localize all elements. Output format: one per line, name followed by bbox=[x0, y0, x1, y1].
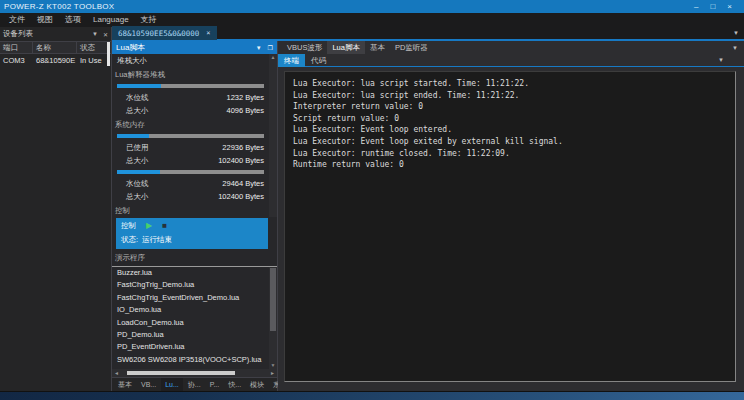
progress-fill bbox=[117, 84, 161, 88]
console-body: Lua Executor: lua script started. Time: … bbox=[278, 67, 744, 391]
stat-key: 水位线 bbox=[126, 179, 149, 189]
column-port[interactable]: 端口 bbox=[0, 42, 33, 53]
column-status[interactable]: 状态 bbox=[77, 42, 111, 53]
scroll-up-icon[interactable]: ▲ bbox=[269, 54, 277, 61]
list-item[interactable]: PD_EventDriven.lua bbox=[112, 341, 268, 353]
device-table-rows: COM3 68&10590E In Use bbox=[0, 54, 111, 67]
maximize-icon[interactable]: □ bbox=[710, 0, 715, 13]
list-item[interactable]: FastChgTrig_EventDriven_Demo.lua bbox=[112, 292, 268, 304]
stat-value: 29464 Bytes bbox=[222, 179, 264, 188]
stat-value: 102400 Bytes bbox=[218, 156, 264, 165]
console-tab[interactable]: Lua脚本 bbox=[327, 41, 365, 54]
terminal-line: Lua Executor: lua script ended. Time: 11… bbox=[293, 90, 727, 102]
bottom-tab[interactable]: P... bbox=[206, 378, 224, 391]
control-box: 控制 ▶ ■ 状态: 运行结束 bbox=[116, 218, 268, 249]
terminal-line: Lua Executor: lua script started. Time: … bbox=[293, 78, 727, 90]
document-tab[interactable]: 68&10590EE5&0&0000 × bbox=[112, 26, 217, 40]
table-row[interactable]: COM3 68&10590E In Use bbox=[0, 54, 111, 67]
device-name: 68&10590E bbox=[33, 54, 77, 67]
panel-dropdown-icon[interactable]: ▼ bbox=[92, 31, 98, 38]
stat-key: 总大小 bbox=[126, 106, 149, 116]
panel-close-icon[interactable]: ✕ bbox=[103, 31, 108, 38]
stat-row: 水位线 29464 Bytes bbox=[112, 177, 268, 190]
content-row: Lua脚本 ▼ ❐ 堆栈大小Lua解释器堆栈 水位线 1232 Bytes bbox=[112, 41, 744, 391]
lua-stats-area: 堆栈大小Lua解释器堆栈 水位线 1232 Bytes 总大小 4096 Byt… bbox=[112, 54, 277, 217]
menu-item[interactable]: 选项 bbox=[59, 13, 87, 27]
stat-row: 水位线 1232 Bytes bbox=[112, 91, 268, 104]
bottom-tab[interactable]: Lu... bbox=[161, 378, 183, 391]
terminal-output[interactable]: Lua Executor: lua script started. Time: … bbox=[284, 71, 736, 382]
window-title: POWER-Z KT002 TOOLBOX bbox=[4, 2, 114, 11]
app-window: POWER-Z KT002 TOOLBOX – □ × 文件视图选项Langua… bbox=[0, 0, 744, 392]
menu-item[interactable]: 视图 bbox=[31, 13, 59, 27]
console-subtabs-list: 终端代码 bbox=[278, 54, 332, 67]
device-port: COM3 bbox=[0, 54, 33, 67]
progress-fill bbox=[117, 170, 160, 174]
float-window-icon[interactable]: ❐ bbox=[268, 44, 273, 51]
chevron-down-icon[interactable]: ▼ bbox=[256, 45, 262, 51]
scroll-right-icon[interactable]: ► bbox=[270, 370, 275, 376]
bottom-tab[interactable]: 快... bbox=[224, 378, 245, 391]
play-icon[interactable]: ▶ bbox=[146, 222, 152, 230]
document-tab-label: 68&10590EE5&0&0000 bbox=[118, 29, 199, 38]
scrollbar-thumb[interactable] bbox=[270, 268, 276, 331]
terminal-line: Runtime return value: 0 bbox=[293, 159, 727, 171]
menu-item[interactable]: 支持 bbox=[135, 13, 163, 27]
document-tabstrip: 68&10590EE5&0&0000 × ▼ bbox=[112, 27, 744, 41]
list-item[interactable]: PD_Demo.lua bbox=[112, 329, 268, 341]
console-subtabs-overflow-icon[interactable]: ▼ bbox=[718, 57, 744, 63]
stat-row: 已使用 22936 Bytes bbox=[112, 141, 268, 154]
lua-panel-header[interactable]: Lua脚本 ▼ ❐ bbox=[112, 41, 277, 54]
title-bar: POWER-Z KT002 TOOLBOX – □ × bbox=[0, 0, 744, 13]
stop-icon[interactable]: ■ bbox=[162, 222, 167, 230]
minimize-icon[interactable]: – bbox=[694, 0, 698, 13]
lua-script-panel: Lua脚本 ▼ ❐ 堆栈大小Lua解释器堆栈 水位线 1232 Bytes bbox=[112, 41, 278, 391]
list-item[interactable]: SW6206 SW6208 IP3518(VOOC+SCP).lua bbox=[112, 354, 268, 366]
horizontal-scrollbar-thumb[interactable] bbox=[127, 371, 235, 375]
stat-value: 22936 Bytes bbox=[222, 143, 264, 152]
bottom-tab[interactable]: VB... bbox=[137, 378, 160, 391]
tabstrip-overflow-icon[interactable]: ▼ bbox=[733, 30, 744, 36]
console-tab[interactable]: PD监听器 bbox=[390, 41, 433, 54]
list-item[interactable]: LoadCon_Demo.lua bbox=[112, 317, 268, 329]
stat-key: 总大小 bbox=[126, 156, 149, 166]
device-scrollbar-thumb[interactable] bbox=[107, 42, 110, 66]
console-tabs-overflow-icon[interactable]: ▼ bbox=[732, 45, 744, 51]
console-subtab[interactable]: 代码 bbox=[305, 54, 332, 67]
bottom-tab[interactable]: 协... bbox=[184, 378, 205, 391]
window-controls: – □ × bbox=[694, 0, 740, 13]
script-list-scrollbar[interactable]: ▼ bbox=[269, 267, 277, 369]
document-area: 68&10590EE5&0&0000 × ▼ Lua脚本 ▼ ❐ bbox=[112, 27, 744, 391]
bottom-tab[interactable]: 模块 bbox=[246, 378, 268, 391]
script-list: Buzzer.luaFastChgTrig_Demo.luaFastChgTri… bbox=[112, 266, 277, 369]
terminal-line: Lua Executor: Event loop exited by exter… bbox=[293, 136, 727, 148]
script-list-items: Buzzer.luaFastChgTrig_Demo.luaFastChgTri… bbox=[112, 267, 268, 369]
stat-section-header: Lua解释器堆栈 bbox=[112, 68, 268, 81]
console-tab[interactable]: 基本 bbox=[365, 41, 390, 54]
column-name[interactable]: 名称 bbox=[33, 42, 77, 53]
console-tab[interactable]: VBUS波形 bbox=[282, 41, 327, 54]
device-list-header: 设备列表 ▼ ✕ bbox=[0, 27, 111, 41]
console-subtab[interactable]: 终端 bbox=[278, 54, 305, 67]
terminal-line: Script return value: 0 bbox=[293, 113, 727, 125]
tab-close-icon[interactable]: × bbox=[206, 29, 210, 37]
stat-label: 堆栈大小 bbox=[112, 54, 268, 67]
close-icon[interactable]: × bbox=[727, 0, 732, 13]
stats-scrollbar[interactable]: ▲ bbox=[269, 54, 277, 217]
bottom-tab[interactable]: 基本 bbox=[114, 378, 136, 391]
list-item[interactable]: IO_Demo.lua bbox=[112, 304, 268, 316]
console-panel: VBUS波形Lua脚本基本PD监听器 ▼ 终端代码 ▼ Lua Executor… bbox=[278, 41, 744, 391]
progress-bar bbox=[117, 170, 264, 174]
scroll-left-icon[interactable]: ◄ bbox=[114, 370, 119, 376]
lua-panel-title: Lua脚本 bbox=[116, 42, 145, 53]
stat-value: 4096 Bytes bbox=[226, 106, 264, 115]
horizontal-scrollbar[interactable]: ◄ ► bbox=[112, 369, 277, 377]
main-body: 设备列表 ▼ ✕ 端口 名称 状态 COM3 68&10590E In Use bbox=[0, 27, 744, 391]
list-item[interactable]: SW6206 SW6208 IP3518(VOOC+SCP+QC).lua bbox=[112, 366, 268, 369]
list-item[interactable]: FastChgTrig_Demo.lua bbox=[112, 279, 268, 291]
menu-item[interactable]: Language bbox=[87, 13, 135, 27]
stat-row: 总大小 102400 Bytes bbox=[112, 154, 268, 167]
scroll-down-icon[interactable]: ▼ bbox=[269, 361, 277, 369]
list-item[interactable]: Buzzer.lua bbox=[112, 267, 268, 279]
menu-item[interactable]: 文件 bbox=[3, 13, 31, 27]
